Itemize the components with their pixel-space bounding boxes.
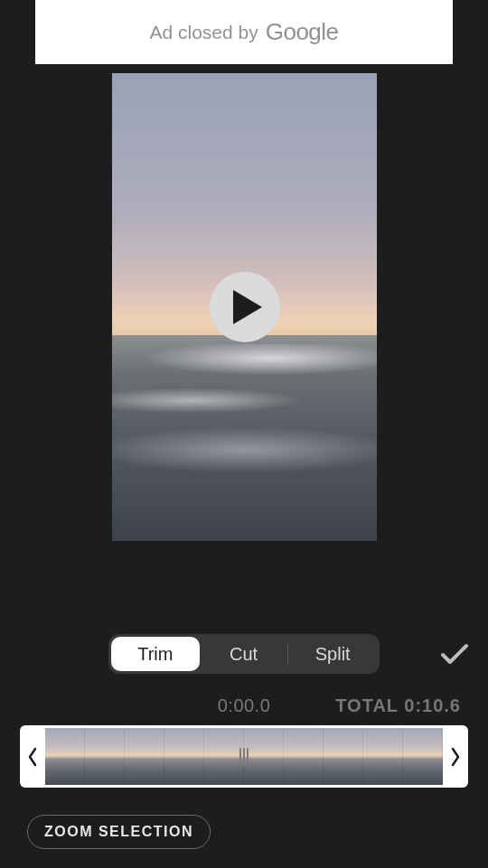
playhead-bar — [239, 748, 241, 766]
play-button[interactable] — [210, 272, 280, 342]
timeline-frames[interactable] — [45, 725, 443, 788]
google-logo: Google — [266, 18, 339, 46]
trim-handle-left[interactable] — [20, 725, 45, 788]
tab-trim[interactable]: Trim — [111, 637, 200, 671]
chevron-right-icon — [450, 746, 461, 768]
timeline-frame — [284, 728, 324, 785]
play-icon — [233, 290, 262, 324]
edit-mode-tabs: Trim Cut Split — [0, 634, 488, 674]
tab-split[interactable]: Split — [288, 637, 377, 671]
current-time: 0:00.0 — [218, 695, 271, 716]
check-icon — [441, 643, 468, 665]
confirm-button[interactable] — [439, 639, 470, 669]
timeline-frame — [403, 728, 443, 785]
total-value: 0:10.6 — [404, 695, 461, 715]
timeline-frame — [125, 728, 164, 785]
timeline-frame — [85, 728, 125, 785]
svg-marker-0 — [233, 290, 262, 324]
trim-handle-right[interactable] — [443, 725, 468, 788]
timeline — [20, 725, 468, 788]
timeline-frame — [164, 728, 204, 785]
playhead[interactable] — [238, 725, 250, 788]
preview-foam — [112, 344, 377, 484]
time-row: 0:00.0 TOTAL 0:10.6 — [0, 695, 488, 721]
playhead-bar — [243, 748, 245, 766]
video-preview[interactable] — [112, 73, 377, 541]
chevron-left-icon — [27, 746, 38, 768]
total-time: TOTAL 0:10.6 — [335, 695, 461, 716]
ad-text: Ad closed by — [149, 22, 258, 43]
playhead-bar — [247, 748, 249, 766]
ad-banner: Ad closed by Google — [35, 0, 453, 64]
zoom-selection-button[interactable]: ZOOM SELECTION — [27, 815, 211, 849]
timeline-frame — [363, 728, 403, 785]
tab-cut[interactable]: Cut — [200, 637, 288, 671]
timeline-frame — [324, 728, 363, 785]
segmented-control: Trim Cut Split — [108, 634, 380, 674]
total-label: TOTAL — [335, 695, 398, 715]
timeline-frame — [45, 728, 85, 785]
